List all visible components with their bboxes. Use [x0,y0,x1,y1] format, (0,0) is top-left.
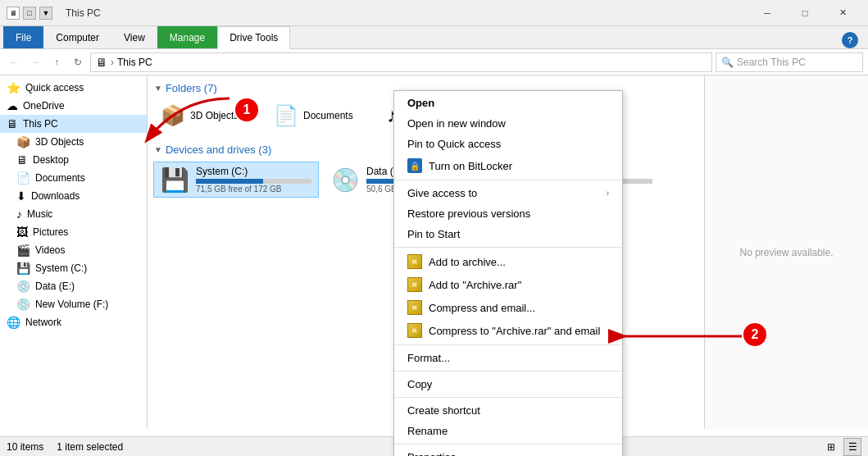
tab-computer[interactable]: Computer [43,26,111,48]
sidebar-item-downloads[interactable]: ⬇ Downloads [0,187,147,205]
up-button[interactable]: ↑ [48,53,66,71]
statusbar-view-controls: ⊞ ☰ [822,438,861,456]
downloads-icon: ⬇ [16,189,26,203]
tab-drive-tools[interactable]: Drive Tools [217,26,290,49]
drive-system-c[interactable]: 💾 System (C:) 71,5 GB free of 172 GB [154,162,318,197]
ctx-pin-quick-access[interactable]: Pin to Quick access [394,134,622,154]
sidebar-label-onedrive: OneDrive [23,100,65,112]
drive-c-icon: 💾 [161,166,189,194]
folder-documents[interactable]: 📄 Documents [267,101,374,130]
preview-panel: No preview available. [704,75,868,429]
sidebar-item-data-e[interactable]: 💿 Data (E:) [0,277,147,295]
search-box[interactable]: 🔍 Search This PC [716,52,863,72]
desktop-icon: 🖥 [16,153,28,166]
bitlocker-icon: 🔒 [407,158,422,173]
ctx-compress-rar-email[interactable]: R Compress to "Archive.rar" and email [394,319,622,342]
statusbar-count: 10 items [7,441,43,453]
sidebar-label-quick-access: Quick access [25,82,84,93]
tab-view[interactable]: View [111,26,157,48]
tab-file[interactable]: File [3,26,43,48]
music-icon: ♪ [16,207,22,221]
ctx-format[interactable]: Format... [394,348,622,368]
tab-manage[interactable]: Manage [157,26,217,48]
sidebar-item-music[interactable]: ♪ Music [0,205,147,223]
drive-c-space: 71,5 GB free of 172 GB [196,185,311,194]
ribbon-help: ? [842,32,865,48]
search-placeholder: Search This PC [737,57,806,68]
icon-small3: ▼ [39,7,52,20]
ctx-pin-start[interactable]: Pin to Start [394,224,622,244]
ctx-add-archive-rar[interactable]: R Add to "Archive.rar" [394,273,622,296]
ctx-restore-versions[interactable]: Restore previous versions [394,203,622,224]
ctx-give-access-arrow: › [607,189,609,198]
drive-c-bar-bg [196,179,311,184]
videos-icon: 🎬 [16,244,30,257]
new-volume-f-icon: 💿 [16,298,30,311]
pictures-icon: 🖼 [16,226,28,239]
window-title: This PC [66,7,748,19]
sidebar-item-new-volume-f[interactable]: 💿 New Volume (F:) [0,295,147,313]
refresh-button[interactable]: ↻ [69,53,87,71]
ctx-give-access-label: Give access to [407,187,477,199]
this-pc-icon: 🖥 [7,117,18,130]
help-button[interactable]: ? [842,32,858,48]
maximize-button[interactable]: □ [786,0,824,26]
ctx-compress-rar-email-label: Compress to "Archive.rar" and email [429,325,600,337]
ctx-rename-label: Rename [407,425,448,437]
sidebar-item-network[interactable]: 🌐 Network [0,313,147,331]
address-pc-icon: 🖥 [96,56,107,69]
context-menu: Open Open in new window Pin to Quick acc… [393,90,623,456]
ctx-create-shortcut[interactable]: Create shortcut [394,400,622,421]
ctx-sep-3 [394,344,622,345]
back-button[interactable]: ← [5,53,23,71]
sidebar-item-pictures[interactable]: 🖼 Pictures [0,223,147,241]
ctx-properties[interactable]: Properties [394,447,622,456]
ctx-give-access[interactable]: Give access to › [394,183,622,203]
sidebar-item-system-c[interactable]: 💾 System (C:) [0,259,147,277]
ctx-format-label: Format... [407,352,450,364]
close-button[interactable]: ✕ [824,0,861,26]
ctx-copy[interactable]: Copy [394,374,622,394]
ctx-compress-email[interactable]: R Compress and email... [394,296,622,319]
3d-objects-icon: 📦 [16,135,30,148]
folder-docs-icon: 📄 [274,104,298,127]
view-tiles-button[interactable]: ⊞ [822,438,840,456]
view-details-button[interactable]: ☰ [843,438,861,456]
documents-icon: 📄 [16,171,30,185]
forward-button[interactable]: → [26,53,44,71]
ctx-properties-label: Properties [407,451,456,456]
sidebar-label-downloads: Downloads [31,190,80,202]
rar-icon-1: R [407,254,422,269]
ctx-create-shortcut-label: Create shortcut [407,404,480,417]
ctx-open[interactable]: Open [394,93,622,113]
sidebar-label-pictures: Pictures [33,226,68,238]
sidebar-label-network: Network [25,317,61,328]
system-c-icon: 💾 [16,262,30,275]
ctx-add-archive-rar-label: Add to "Archive.rar" [429,279,521,291]
ctx-rename[interactable]: Rename [394,421,622,441]
ctx-open-new-window[interactable]: Open in new window [394,113,622,134]
sidebar-label-3d-objects: 3D Objects [35,136,84,148]
quick-access-icon: ⭐ [7,81,20,94]
drive-c-name: System (C:) [196,166,311,177]
annotation-circle-1: 1 [234,97,260,123]
minimize-button[interactable]: ─ [748,0,786,26]
ctx-sep-1 [394,180,622,180]
sidebar-label-documents: Documents [35,172,85,184]
ctx-bitlocker[interactable]: 🔒 Turn on BitLocker [394,154,622,177]
ctx-pin-start-label: Pin to Start [407,228,460,240]
sidebar-label-videos: Videos [35,244,65,256]
ctx-add-archive[interactable]: R Add to archive... [394,250,622,273]
rar-icon-2: R [407,277,422,292]
ctx-pin-quick-access-label: Pin to Quick access [407,138,501,150]
ctx-compress-email-label: Compress and email... [429,302,535,314]
drive-c-bar [196,179,263,184]
arrow-annotation-2 [607,320,754,353]
drive-e-icon: 💿 [331,166,360,194]
rar-icon-3: R [407,300,422,315]
titlebar-icons: 🖥 □ ▼ [7,7,52,20]
sidebar-item-documents[interactable]: 📄 Documents [0,169,147,187]
sidebar-item-videos[interactable]: 🎬 Videos [0,241,147,259]
ribbon: File Computer View Manage Drive Tools ? [0,26,868,49]
address-path[interactable]: 🖥 › This PC [90,52,712,72]
